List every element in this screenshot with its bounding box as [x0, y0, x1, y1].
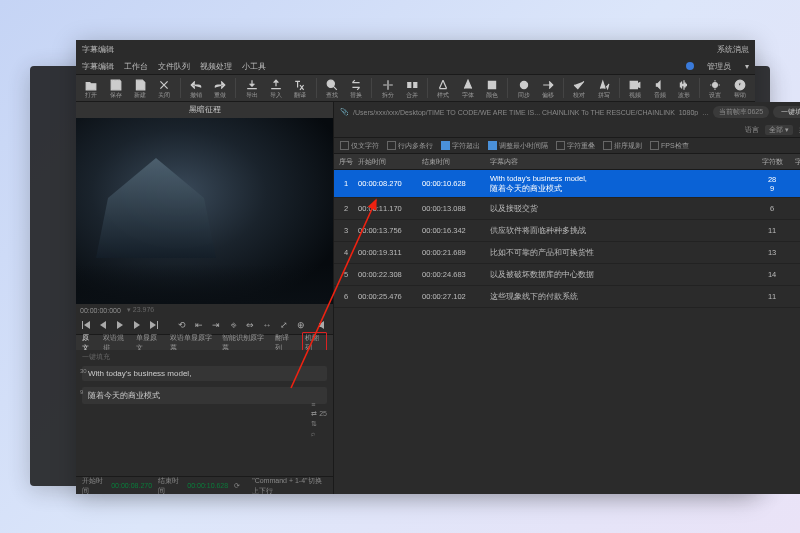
- table-row[interactable]: 600:00:25.47600:00:27.102这些现象线下的付款系统116: [334, 286, 800, 308]
- shift-button[interactable]: 偏移: [537, 76, 559, 100]
- new-button[interactable]: 新建: [129, 76, 151, 100]
- in-label: 开始时间: [82, 476, 105, 496]
- lang-select[interactable]: 全部 ▾: [765, 125, 793, 135]
- undo-button[interactable]: 撤销: [185, 76, 207, 100]
- menu-item[interactable]: 文件队列: [158, 61, 190, 72]
- replace-button[interactable]: 替换: [345, 76, 367, 100]
- spell-button[interactable]: 拼写: [593, 76, 615, 100]
- skip-back-icon[interactable]: [80, 319, 92, 331]
- style-button[interactable]: 样式: [432, 76, 454, 100]
- font-button[interactable]: 字体: [457, 76, 479, 100]
- col-cps[interactable]: 字符/秒: [789, 157, 800, 167]
- save-button[interactable]: 保存: [104, 76, 126, 100]
- table-header: 序号 开始时间 结束时间 字幕内容 字符数 字符/秒: [334, 154, 800, 170]
- expand-icon[interactable]: ⤢: [278, 319, 290, 331]
- search-icon[interactable]: ⌕: [311, 430, 327, 437]
- dropdown-icon[interactable]: ▾: [745, 62, 749, 71]
- filter-checkbox[interactable]: FPS检查: [650, 141, 689, 151]
- editor-line[interactable]: 9 随着今天的商业模式: [82, 387, 327, 404]
- filter-checkbox[interactable]: 仅文字符: [340, 141, 379, 151]
- filter-checkbox[interactable]: 字符超出: [441, 141, 480, 151]
- fps-chip[interactable]: 当前帧率0625: [713, 106, 769, 118]
- close-button[interactable]: 关闭: [153, 76, 175, 100]
- export-button[interactable]: 导出: [240, 76, 262, 100]
- col-text[interactable]: 字幕内容: [486, 157, 755, 167]
- waveform-button[interactable]: 波形: [673, 76, 695, 100]
- menu-item[interactable]: 小工具: [242, 61, 266, 72]
- editor-side-tools: ≡ ⇄ 25 ⇅ ⌕: [311, 401, 327, 437]
- table-row[interactable]: 300:00:13.75600:00:16.342供应软件将面临种种多挑战110: [334, 220, 800, 242]
- zoom-icon[interactable]: ⊕: [295, 319, 307, 331]
- subtitle-editor: 30 With today's business model, 9 随着今天的商…: [76, 362, 333, 476]
- video-preview[interactable]: [76, 118, 333, 304]
- stretch-icon[interactable]: ↔: [261, 319, 273, 331]
- sync-button[interactable]: 同步: [512, 76, 534, 100]
- fill-button[interactable]: 一键填充: [773, 106, 800, 118]
- sync-icon[interactable]: ⟳: [234, 482, 240, 490]
- table-row[interactable]: 100:00:08.27000:00:10.628With today's bu…: [334, 170, 800, 198]
- left-status-bar: 开始时间 00:00:08.270 结束时间 00:00:10.628 ⟳ "C…: [76, 476, 333, 494]
- col-chars[interactable]: 字符数: [755, 157, 789, 167]
- color-button[interactable]: 颜色: [481, 76, 503, 100]
- loop-icon[interactable]: ⟲: [176, 319, 188, 331]
- user-label[interactable]: 管理员: [707, 61, 731, 72]
- table-row[interactable]: 200:00:11.17000:00:13.088以及接驳交货63: [334, 198, 800, 220]
- out-time[interactable]: 00:00:10.628: [187, 482, 228, 489]
- options-row: 语言 全部 ▾ 共6条: [334, 122, 800, 138]
- out-label: 结束时间: [158, 476, 181, 496]
- avatar[interactable]: [686, 62, 694, 70]
- length-icon[interactable]: ⇄ 25: [311, 410, 327, 418]
- check-button[interactable]: 校对: [568, 76, 590, 100]
- mark-in-icon[interactable]: ⇤: [193, 319, 205, 331]
- left-panel: 黑暗征程 00:00:00:000 ▾ 23.976 ⟲ ⇤ ⇥ ⎆ ⇔ ↔ ⤢: [76, 102, 333, 494]
- filter-checkbox[interactable]: 排序规则: [603, 141, 642, 151]
- filter-checkbox[interactable]: 行内多条行: [387, 141, 433, 151]
- menu-item[interactable]: 工作台: [124, 61, 148, 72]
- attachment-icon[interactable]: 📎: [340, 108, 349, 116]
- prev-frame-icon[interactable]: [97, 319, 109, 331]
- align-icon[interactable]: ≡: [311, 401, 327, 408]
- audio-button[interactable]: 音频: [648, 76, 670, 100]
- filter-row: 仅文字符行内多条行字符超出调整最小时间隔字符重叠排序规则FPS检查: [334, 138, 800, 154]
- col-start[interactable]: 开始时间: [358, 157, 422, 167]
- system-message-label[interactable]: 系统消息: [717, 44, 749, 55]
- help-button[interactable]: 帮助: [729, 76, 751, 100]
- in-time[interactable]: 00:00:08.270: [111, 482, 152, 489]
- link-icon[interactable]: ⎆: [227, 319, 239, 331]
- file-path: /Users/xxx/xxx/Desktop/TIME TO CODE/WE A…: [353, 109, 709, 116]
- left-tabs: 原文双语混排单显原文双语单显原字幕智能识别原字幕翻译列机翻列: [76, 334, 333, 350]
- mark-out-icon[interactable]: ⇥: [210, 319, 222, 331]
- menu-item[interactable]: 视频处理: [200, 61, 232, 72]
- col-end[interactable]: 结束时间: [422, 157, 486, 167]
- skip-fwd-icon[interactable]: [148, 319, 160, 331]
- menu-item[interactable]: 字幕编辑: [82, 61, 114, 72]
- import-button[interactable]: 导入: [265, 76, 287, 100]
- editor-line[interactable]: 30 With today's business model,: [82, 366, 327, 381]
- right-panel: 📎 /Users/xxx/xxx/Desktop/TIME TO CODE/WE…: [333, 102, 800, 494]
- col-index[interactable]: 序号: [334, 157, 358, 167]
- range-icon[interactable]: ⇔: [244, 319, 256, 331]
- video-title: 黑暗征程: [76, 102, 333, 118]
- next-frame-icon[interactable]: [131, 319, 143, 331]
- filter-checkbox[interactable]: 字符重叠: [556, 141, 595, 151]
- volume-icon[interactable]: [317, 319, 329, 331]
- settings-button[interactable]: 设置: [704, 76, 726, 100]
- merge-button[interactable]: 合并: [401, 76, 423, 100]
- shortcut-hint: "Command + 1-4"切换上下行: [252, 476, 327, 496]
- redo-button[interactable]: 重做: [209, 76, 231, 100]
- split-button[interactable]: 拆分: [376, 76, 398, 100]
- video-button[interactable]: 视频: [624, 76, 646, 100]
- fps-dropdown[interactable]: ▾ 23.976: [127, 306, 154, 314]
- toolbar: 打开保存新建关闭撤销重做导出导入翻译查找替换拆分合并样式字体颜色同步偏移校对拼写…: [76, 74, 755, 102]
- find-button[interactable]: 查找: [321, 76, 343, 100]
- file-path-row: 📎 /Users/xxx/xxx/Desktop/TIME TO CODE/WE…: [334, 102, 800, 122]
- swap-icon[interactable]: ⇅: [311, 420, 327, 428]
- filter-checkbox[interactable]: 调整最小时间隔: [488, 141, 548, 151]
- table-body: 100:00:08.27000:00:10.628With today's bu…: [334, 170, 800, 332]
- open-button[interactable]: 打开: [80, 76, 102, 100]
- table-row[interactable]: 400:00:19.31100:00:21.689比如不可靠的产品和可换货性13…: [334, 242, 800, 264]
- table-row[interactable]: 500:00:22.30800:00:24.683以及被破坏数据库的中心数据14…: [334, 264, 800, 286]
- play-icon[interactable]: [114, 319, 126, 331]
- translate-button[interactable]: 翻译: [289, 76, 311, 100]
- lang-label: 语言: [745, 125, 759, 135]
